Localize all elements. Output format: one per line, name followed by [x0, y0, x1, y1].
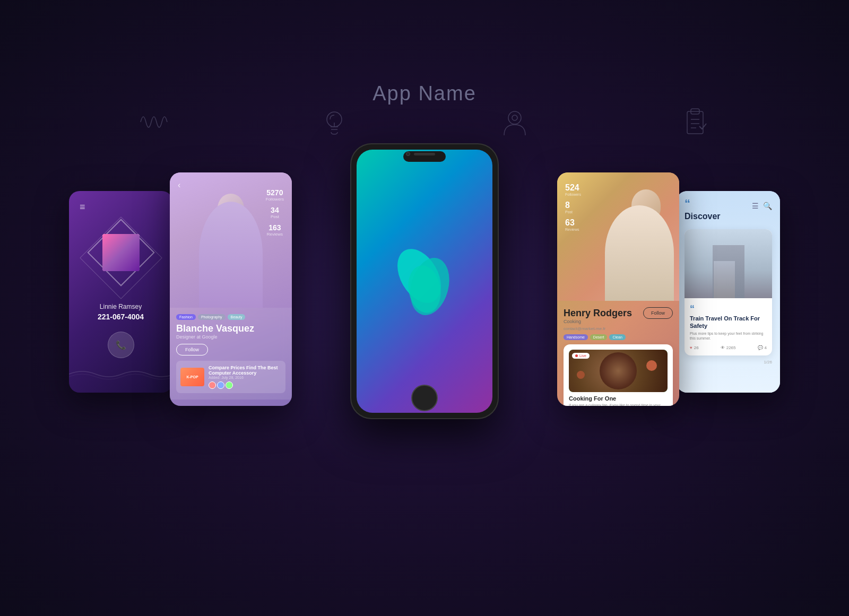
- s4-header: “ Discover ☰ 🔍: [685, 199, 772, 221]
- bulb-icon: [318, 106, 350, 140]
- s3-card-title: Cooking For One: [569, 395, 668, 402]
- s4-header-icons: ☰ 🔍: [752, 202, 772, 210]
- s2-post-info: Compare Prices Find The Best Computer Ac…: [209, 365, 281, 389]
- s1-wave: [69, 366, 172, 382]
- s2-tag-fashion: Fashion: [176, 314, 196, 320]
- s4-comments: 💬 4: [758, 345, 767, 350]
- iphone-home-button[interactable]: [411, 385, 438, 411]
- s2-back-button[interactable]: ‹: [178, 180, 180, 190]
- svg-point-1: [508, 111, 521, 124]
- s2-avatar-1: [209, 381, 216, 389]
- s4-card-body: “ Train Travel On Track For Safety Plus …: [685, 298, 772, 355]
- s4-header-left: “ Discover: [685, 199, 721, 221]
- person-location-icon: [499, 106, 531, 140]
- s4-heart-icon: ♥: [690, 345, 692, 350]
- s2-posts-label: Post: [266, 214, 284, 219]
- s3-live-label: Live: [579, 354, 586, 358]
- s3-card-image: Live: [569, 350, 668, 392]
- screens-container: ≡ Linnie Ramsey 221-067-4004 📞: [53, 159, 796, 531]
- s3-card-description: If you are a culinary fan, if you like t…: [569, 403, 668, 406]
- s4-menu-icon[interactable]: ☰: [752, 202, 759, 210]
- s4-card-quote-icon: “: [690, 303, 767, 315]
- s1-phone: 221-067-4004: [80, 313, 162, 321]
- s3-info: Henry Rodgers Follow Cooking contact@mar…: [557, 301, 679, 406]
- s2-followers-label: Followers: [266, 197, 284, 202]
- s4-comments-count: 4: [765, 345, 767, 350]
- screen-1: ≡ Linnie Ramsey 221-067-4004 📞: [69, 191, 172, 393]
- s3-reviews-label: Reviews: [565, 228, 581, 231]
- s1-call-button[interactable]: 📞: [108, 332, 134, 358]
- icons-row: [0, 106, 849, 140]
- clipboard-icon: [679, 106, 711, 140]
- s2-follow-button[interactable]: Follow: [176, 344, 208, 355]
- svg-rect-3: [687, 111, 703, 134]
- s3-follow-button[interactable]: Follow: [643, 307, 673, 319]
- app-logo: [385, 241, 464, 321]
- s4-views-count: 2265: [726, 345, 736, 350]
- s2-post-card: K-POP Compare Prices Find The Best Compu…: [176, 361, 285, 393]
- s3-posts-stat: 8 Post: [565, 201, 581, 214]
- s2-stats: 5270 Followers 34 Post 163 Reviews: [266, 188, 284, 237]
- screen-4: “ Discover ☰ 🔍 “: [677, 191, 780, 393]
- s3-name-row: Henry Rodgers Follow: [564, 307, 673, 319]
- iphone-speaker: [414, 153, 435, 155]
- s4-pagination: 1/26: [685, 360, 772, 365]
- screen-3: 524 Followers 8 Post 63 Reviews: [557, 172, 679, 406]
- s3-tag-desert: Desert: [590, 334, 608, 340]
- s3-followers-num: 524: [565, 183, 581, 193]
- s2-reviews-label: Reviews: [266, 232, 284, 237]
- s4-views: 👁 2265: [721, 345, 736, 350]
- s3-job: Cooking: [564, 319, 673, 324]
- s3-name: Henry Rodgers: [564, 308, 632, 319]
- s3-followers-label: Followers: [565, 193, 581, 196]
- s4-article-card: “ Train Travel On Track For Safety Plus …: [685, 229, 772, 355]
- s2-post-title: Compare Prices Find The Best Computer Ac…: [209, 365, 281, 376]
- iphone-camera: [406, 152, 410, 156]
- s3-person-image: 524 Followers 8 Post 63 Reviews: [557, 172, 679, 301]
- s4-quote-char: “: [685, 199, 721, 209]
- center-iphone: [350, 143, 499, 419]
- screen-2: ‹ 5270 Followers 34 Post 163 Reviews: [170, 172, 292, 406]
- waveform-icon: [138, 106, 170, 140]
- s2-followers-num: 5270: [266, 188, 284, 197]
- s3-posts-label: Post: [565, 210, 581, 214]
- s2-avatar-2: [217, 381, 224, 389]
- s3-cooking-card: Live Cooking For One If you are a culina…: [564, 344, 673, 406]
- s2-reviews-num: 163: [266, 223, 284, 232]
- app-title: App Name: [372, 82, 477, 105]
- s4-card-footer: ♥ 26 👁 2265 💬 4: [690, 345, 767, 350]
- s4-eye-icon: 👁: [721, 345, 725, 350]
- s2-body: [199, 202, 263, 308]
- s4-search-icon[interactable]: 🔍: [763, 202, 772, 210]
- s3-tags: Handsome Desert Clean: [564, 334, 673, 340]
- s3-live-badge: Live: [572, 353, 590, 359]
- s4-article-image: [685, 229, 772, 298]
- s2-info: Fashion Photography Beauty Blanche Vasqu…: [170, 308, 292, 400]
- s4-card-description: Plus more tips to keep your feet from st…: [690, 331, 767, 341]
- s4-discover-title: Discover: [685, 211, 721, 221]
- s3-tag-handsome: Handsome: [564, 334, 588, 340]
- s2-tag-photography: Photography: [198, 314, 226, 320]
- s4-likes: ♥ 26: [690, 345, 699, 350]
- s2-name: Blanche Vasquez: [176, 323, 285, 334]
- s4-likes-count: 26: [694, 345, 699, 350]
- s3-reviews-stat: 63 Reviews: [565, 218, 581, 231]
- s3-followers-stat: 524 Followers: [565, 183, 581, 196]
- s2-person-image: 5270 Followers 34 Post 163 Reviews: [170, 172, 292, 308]
- s3-posts-num: 8: [565, 201, 581, 210]
- s4-building-image: [685, 229, 772, 298]
- s3-live-dot: [575, 354, 578, 357]
- s2-posts-num: 34: [266, 206, 284, 214]
- food-dish: [600, 352, 637, 389]
- s3-reviews-num: 63: [565, 218, 581, 228]
- s3-body: [605, 205, 674, 301]
- s2-post-avatars: [209, 381, 281, 389]
- iphone-screen: [357, 150, 492, 413]
- s2-post-date: Added: July 28, 2016: [209, 376, 281, 379]
- s2-tag-beauty: Beauty: [228, 314, 246, 320]
- svg-point-2: [512, 115, 517, 120]
- s3-tag-clean: Clean: [609, 334, 625, 340]
- s1-username: Linnie Ramsey: [80, 303, 162, 310]
- s4-card-title: Train Travel On Track For Safety: [690, 315, 767, 330]
- iphone-device: [350, 143, 499, 419]
